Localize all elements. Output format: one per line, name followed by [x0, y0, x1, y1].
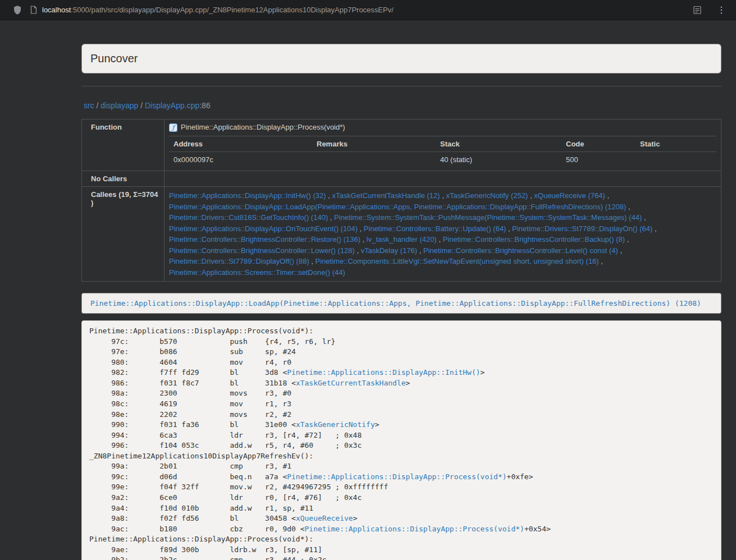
callees-label: Callees (19, Σ=3704 ) — [82, 187, 164, 282]
column-header-code: Code — [561, 136, 636, 152]
callee-link[interactable]: Pinetime::Controllers::BrightnessControl… — [169, 246, 355, 255]
function-label: Function — [82, 120, 164, 171]
callee-link[interactable]: lv_task_handler (420) — [367, 235, 437, 244]
callee-link[interactable]: vTaskDelay (176) — [361, 246, 417, 255]
callee-separator: , — [642, 213, 646, 222]
function-line: ƒ Pinetime::Applications::DisplayApp::Pr… — [169, 123, 716, 132]
callee-link[interactable]: xTaskGenericNotify (252) — [446, 191, 528, 200]
url-path: :5000/path/src/displayapp/DisplayApp.cpp… — [71, 6, 394, 14]
callee-separator: , — [528, 191, 534, 200]
column-header-static: Static — [636, 136, 716, 152]
breadcrumb-link-displayapp[interactable]: displayapp — [100, 101, 138, 110]
code-symbol-link[interactable]: xQueueReceive — [296, 514, 353, 522]
code-symbol-link[interactable]: xTaskGenericNotify — [296, 420, 375, 429]
callee-link[interactable]: Pinetime::Drivers::Cst816S::GetTouchInfo… — [169, 213, 328, 222]
code-symbol-link[interactable]: Pinetime::Applications::DisplayApp::Proc… — [305, 525, 524, 533]
callee-separator: , — [626, 203, 630, 211]
highlighted-callee-link[interactable]: Pinetime::Applications::DisplayApp::Load… — [90, 299, 701, 307]
callee-separator: , — [506, 224, 512, 233]
code-symbol-link[interactable]: xTaskGetCurrentTaskHandle — [296, 379, 406, 387]
no-callers-label: No Callers — [82, 171, 164, 187]
callee-link[interactable]: Pinetime::Applications::DisplayApp::Load… — [169, 203, 626, 211]
address-bar[interactable]: localhost:5000/path/src/displayapp/Displ… — [42, 6, 394, 14]
breadcrumb-separator: / — [94, 101, 101, 110]
callee-link[interactable]: Pinetime::System::SystemTask::PushMessag… — [334, 213, 642, 222]
callee-separator: , — [417, 246, 423, 255]
callee-link[interactable]: Pinetime::Components::LittleVgl::SetNewT… — [316, 257, 599, 265]
disassembly-block: Pinetime::Applications::DisplayApp::Proc… — [81, 320, 721, 560]
callee-separator: , — [309, 257, 316, 265]
column-header-stack: Stack — [436, 136, 561, 152]
callee-separator: , — [360, 235, 367, 244]
code-value: 500 — [561, 152, 636, 168]
static-value — [636, 152, 716, 168]
breadcrumb: src / displayapp / DisplayApp.cpp:86 — [81, 100, 721, 111]
callee-link[interactable]: Pinetime::Applications::Screens::Timer::… — [169, 268, 345, 277]
puncover-title-panel: Puncover — [81, 44, 721, 74]
main-content: Puncover src / displayapp / DisplayApp.c… — [81, 20, 721, 560]
callee-separator: , — [652, 224, 656, 233]
breadcrumb-line-number: :86 — [199, 101, 210, 110]
code-symbol-link[interactable]: Pinetime::Applications::DisplayApp::Init… — [287, 368, 480, 377]
browser-menu-icon[interactable]: ⋮ — [715, 6, 728, 15]
callee-link[interactable]: Pinetime::Controllers::Battery::Update()… — [364, 224, 506, 233]
page-title: Puncover — [90, 52, 138, 65]
browser-chrome: localhost:5000/path/src/displayapp/Displ… — [0, 0, 736, 20]
callee-separator: , — [625, 235, 629, 244]
stack-value: 40 (static) — [436, 152, 561, 168]
function-cell: ƒ Pinetime::Applications::DisplayApp::Pr… — [164, 120, 721, 171]
callee-link[interactable]: Pinetime::Controllers::BrightnessControl… — [423, 246, 618, 255]
column-header-address: Address — [169, 136, 312, 152]
callee-link[interactable]: Pinetime::Controllers::BrightnessControl… — [169, 235, 360, 244]
symbol-table: Function ƒ Pinetime::Applications::Displ… — [81, 119, 721, 282]
callee-separator: , — [599, 257, 603, 265]
callee-link[interactable]: Pinetime::Drivers::St7789::DisplayOn() (… — [512, 224, 652, 233]
function-name: Pinetime::Applications::DisplayApp::Proc… — [181, 123, 345, 132]
callee-link[interactable]: Pinetime::Applications::DisplayApp::Init… — [169, 191, 326, 200]
callee-separator: , — [618, 246, 622, 255]
function-stats-table: Address Remarks Stack Code Static 0x0000… — [169, 136, 716, 167]
remarks-value — [312, 152, 436, 168]
callee-separator: , — [328, 213, 334, 222]
callee-link[interactable]: Pinetime::Applications::DisplayApp::OnTo… — [169, 224, 358, 233]
no-callers-cell — [164, 171, 721, 187]
address-value: 0x0000097c — [169, 152, 312, 168]
callee-separator: , — [355, 246, 361, 255]
breadcrumb-link-file[interactable]: DisplayApp.cpp — [145, 101, 199, 110]
function-row: Function ƒ Pinetime::Applications::Displ… — [82, 120, 721, 171]
stats-header-row: Address Remarks Stack Code Static — [169, 136, 716, 152]
callee-separator: , — [605, 191, 609, 200]
callee-link[interactable]: Pinetime::Drivers::St7789::DisplayOff() … — [169, 257, 309, 265]
function-type-icon: ƒ — [169, 123, 177, 132]
reader-mode-icon[interactable] — [693, 6, 701, 15]
callee-separator: , — [440, 191, 446, 200]
shield-icon[interactable] — [13, 6, 21, 15]
callee-separator: , — [326, 191, 332, 200]
highlighted-callee-panel: Pinetime::Applications::DisplayApp::Load… — [81, 293, 721, 314]
column-header-remarks: Remarks — [312, 136, 436, 152]
stats-value-row: 0x0000097c 40 (static) 500 — [169, 152, 716, 168]
code-symbol-link[interactable]: Pinetime::Applications::DisplayApp::Proc… — [287, 472, 506, 481]
page-icon[interactable] — [30, 6, 37, 14]
divider — [81, 86, 721, 86]
callee-link[interactable]: Pinetime::Controllers::BrightnessControl… — [443, 235, 625, 244]
url-host: localhost — [42, 6, 71, 14]
no-callers-row: No Callers — [82, 171, 721, 187]
breadcrumb-link-src[interactable]: src — [84, 101, 94, 110]
callee-separator: , — [437, 235, 443, 244]
callee-link[interactable]: xQueueReceive (764) — [534, 191, 605, 200]
callees-row: Callees (19, Σ=3704 ) Pinetime::Applicat… — [82, 187, 721, 282]
breadcrumb-separator: / — [138, 101, 145, 110]
callee-link[interactable]: xTaskGetCurrentTaskHandle (12) — [332, 191, 440, 200]
callees-list: Pinetime::Applications::DisplayApp::Init… — [164, 187, 721, 282]
callee-separator: , — [358, 224, 364, 233]
